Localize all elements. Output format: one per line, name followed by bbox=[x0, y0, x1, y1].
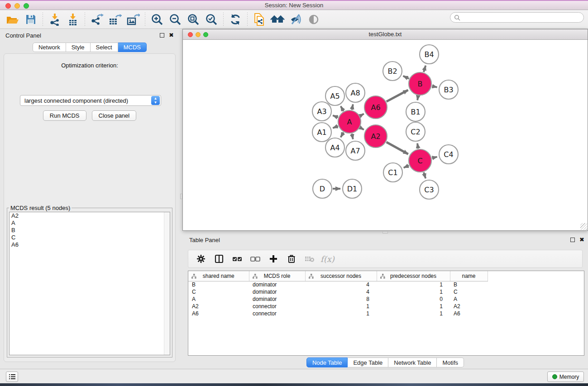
search-input[interactable] bbox=[460, 14, 574, 21]
table-cell[interactable]: 1 bbox=[377, 281, 450, 288]
edge-A-A2[interactable] bbox=[360, 128, 364, 129]
table-cell[interactable]: C bbox=[450, 288, 488, 295]
tab-mcds[interactable]: MCDS bbox=[118, 43, 147, 52]
run-mcds-button[interactable]: Run MCDS bbox=[43, 110, 86, 121]
table-row[interactable]: A6connector11A6 bbox=[188, 310, 488, 317]
edge-B-B1[interactable] bbox=[417, 96, 418, 100]
net-close-button[interactable] bbox=[188, 32, 193, 37]
float-panel-icon[interactable] bbox=[160, 33, 164, 38]
table-close-icon[interactable]: ✖ bbox=[579, 238, 584, 242]
show-column-panel-icon[interactable] bbox=[211, 252, 227, 266]
table-row[interactable]: A2connector11A2 bbox=[188, 303, 488, 310]
import-table-icon[interactable] bbox=[64, 12, 82, 27]
table-settings-gear-icon[interactable] bbox=[193, 252, 209, 266]
table-cell[interactable]: A6 bbox=[188, 310, 249, 317]
scrollbar-track[interactable] bbox=[164, 212, 170, 355]
table-cell[interactable]: A2 bbox=[450, 303, 488, 310]
zoom-window-button[interactable] bbox=[24, 3, 29, 9]
select-all-columns-icon[interactable] bbox=[229, 252, 245, 266]
save-session-icon[interactable] bbox=[22, 12, 40, 27]
table-cell[interactable]: 0 bbox=[377, 295, 450, 303]
edge-C-C4[interactable] bbox=[432, 157, 437, 158]
edge-A6-B[interactable] bbox=[387, 90, 408, 101]
mcds-result-item[interactable]: A2 bbox=[10, 212, 170, 219]
export-table-icon[interactable] bbox=[106, 12, 124, 27]
table-row[interactable]: Cdominator41C bbox=[188, 288, 488, 295]
table-row[interactable]: Adominator80A bbox=[188, 295, 488, 303]
mcds-result-item[interactable]: C bbox=[10, 234, 170, 241]
zoom-selected-icon[interactable] bbox=[202, 12, 220, 27]
table-cell[interactable]: 4 bbox=[305, 288, 377, 295]
table-row[interactable]: Bdominator41B bbox=[188, 281, 488, 288]
table-cell[interactable]: 4 bbox=[305, 281, 377, 288]
edge-A-A7[interactable] bbox=[352, 133, 353, 139]
edge-B-B4[interactable] bbox=[424, 66, 425, 72]
column-header-name[interactable]: name bbox=[450, 271, 488, 281]
eye-icon[interactable] bbox=[305, 12, 323, 27]
table-cell[interactable]: A bbox=[450, 295, 488, 303]
close-panel-icon[interactable]: ✖ bbox=[169, 33, 174, 38]
tab-network[interactable]: Network bbox=[33, 43, 66, 52]
edge-A-A4[interactable] bbox=[341, 133, 344, 138]
close-panel-button[interactable]: Close panel bbox=[92, 110, 137, 121]
table-cell[interactable]: A6 bbox=[450, 310, 488, 317]
mcds-result-list[interactable]: A2ABCA6 bbox=[9, 212, 170, 355]
vertical-splitter-handle[interactable] bbox=[180, 194, 182, 199]
table-cell[interactable]: 8 bbox=[305, 295, 377, 303]
open-session-icon[interactable] bbox=[4, 12, 22, 27]
tab-edge-table[interactable]: Edge Table bbox=[348, 357, 388, 367]
minimize-window-button[interactable] bbox=[14, 3, 20, 9]
table-cell[interactable]: 1 bbox=[377, 288, 450, 295]
task-history-button[interactable] bbox=[6, 372, 18, 382]
tab-motifs[interactable]: Motifs bbox=[437, 357, 464, 367]
net-minimize-button[interactable] bbox=[196, 32, 201, 37]
edge-A-A1[interactable] bbox=[333, 126, 338, 128]
unselect-all-columns-icon[interactable] bbox=[247, 252, 263, 266]
edge-C-C1[interactable] bbox=[404, 166, 409, 168]
memory-button[interactable]: Memory bbox=[547, 372, 584, 382]
column-header-predecessor-nodes[interactable]: predecessor nodes bbox=[377, 271, 450, 281]
zoom-fit-icon[interactable] bbox=[184, 12, 202, 27]
network-graph[interactable]: AA1A2A3A4A5A6A7A8BB1B2B3B4CC1C2C3C4DD1 bbox=[183, 40, 588, 230]
edge-B-B3[interactable] bbox=[432, 86, 437, 87]
tab-select[interactable]: Select bbox=[91, 43, 118, 52]
table-cell[interactable]: 1 bbox=[305, 303, 377, 310]
refresh-icon[interactable] bbox=[226, 12, 244, 27]
edge-A-A8[interactable] bbox=[352, 104, 353, 110]
table-cell[interactable]: connector bbox=[249, 310, 305, 317]
close-window-button[interactable] bbox=[5, 3, 11, 9]
table-cell[interactable]: A bbox=[188, 295, 249, 303]
table-cell[interactable]: connector bbox=[249, 303, 305, 310]
delete-column-trash-icon[interactable] bbox=[283, 252, 300, 266]
table-cell[interactable]: dominator bbox=[249, 295, 305, 303]
criterion-select[interactable]: largest connected component (directed) ▲… bbox=[20, 95, 161, 106]
tab-network-table[interactable]: Network Table bbox=[388, 357, 437, 367]
edge-A-A6[interactable] bbox=[360, 114, 364, 115]
window-resize-grip[interactable] bbox=[580, 223, 587, 230]
tab-style[interactable]: Style bbox=[66, 43, 91, 52]
export-network-icon[interactable] bbox=[88, 12, 106, 27]
horizontal-splitter-handle[interactable] bbox=[382, 231, 388, 234]
table-cell[interactable]: dominator bbox=[249, 281, 305, 288]
search-field[interactable] bbox=[450, 12, 584, 23]
net-zoom-button[interactable] bbox=[203, 32, 208, 37]
column-header-successor-nodes[interactable]: successor nodes bbox=[305, 271, 377, 281]
table-float-icon[interactable] bbox=[570, 238, 575, 242]
network-window-titlebar[interactable]: testGlobe.txt bbox=[183, 29, 588, 40]
table-cell[interactable]: dominator bbox=[249, 288, 305, 295]
export-image-icon[interactable] bbox=[124, 12, 142, 27]
zoom-out-icon[interactable] bbox=[166, 12, 184, 27]
edge-A-A3[interactable] bbox=[333, 115, 338, 117]
table-cell[interactable]: C bbox=[188, 288, 249, 295]
column-header-shared-name[interactable]: shared name bbox=[188, 271, 249, 281]
column-header-MCDS-role[interactable]: MCDS role bbox=[249, 271, 305, 281]
edge-C-C2[interactable] bbox=[417, 143, 418, 149]
table-cell[interactable]: B bbox=[188, 281, 249, 288]
create-column-plus-icon[interactable] bbox=[265, 252, 282, 266]
mcds-result-item[interactable]: A bbox=[10, 219, 170, 227]
table-cell[interactable]: B bbox=[450, 281, 488, 288]
table-cell[interactable]: 1 bbox=[305, 310, 377, 317]
edge-C-C3[interactable] bbox=[424, 172, 425, 178]
toggle-graphics-details-icon[interactable] bbox=[287, 12, 305, 27]
mcds-result-item[interactable]: A6 bbox=[10, 241, 170, 248]
